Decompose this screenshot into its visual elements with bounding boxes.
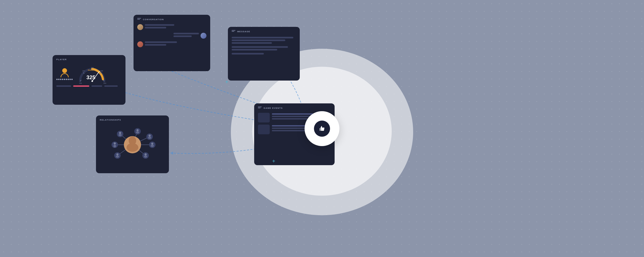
stat-bar [56,85,71,87]
conv-message-2 [137,33,206,39]
player-top-section: 130 241 789 408 550 Medium 325 [56,64,122,83]
msg-block-line [232,46,288,48]
star [68,79,69,80]
event-line [272,118,307,120]
msg-block-line [232,42,272,44]
message-header: MESSAGE [228,27,300,35]
svg-point-0 [62,68,67,73]
player-avatar-icon [60,68,69,78]
relationships-card: RELATIONSHIPS [96,115,169,173]
stat-bar-pink [73,85,89,87]
event-line [272,130,307,131]
message-icon [232,30,235,33]
svg-point-34 [145,153,147,155]
chat-icon [137,18,141,21]
msg-block-1 [232,37,296,44]
conv-message-3 [137,41,206,47]
svg-point-29 [148,137,151,139]
bubble-2 [173,33,199,37]
svg-rect-45 [320,128,321,131]
ge-icon-line-2 [258,108,261,108]
svg-point-23 [127,143,138,152]
event-thumbnail-1 [258,113,270,122]
player-card: PLAYER [53,55,125,105]
thumbs-up-icon [314,121,330,137]
msg-block-line [232,39,285,41]
star [56,79,58,80]
speedometer: 130 241 789 408 550 Medium 325 [77,64,104,83]
msg-block-2 [232,46,296,50]
speedo-score: 325 [86,74,95,81]
star [58,79,60,80]
relationships-title: RELATIONSHIPS [100,119,121,121]
svg-point-31 [151,143,153,145]
game-events-title: GAME EVENTS [264,107,283,109]
page: { "background": { "color": "#8c95aa" }, … [0,0,644,257]
msg-block-line [232,49,277,50]
network-graph [96,123,169,166]
bubble-1 [145,24,174,28]
stat-row-1 [56,85,122,87]
star [71,79,73,80]
message-card: MESSAGE [228,27,300,81]
player-header: PLAYER [53,55,125,63]
star [60,79,61,80]
plus-sign-2: + [272,158,275,164]
avatar-2 [201,33,206,39]
msg-line [145,44,166,46]
stat-bar [91,85,102,87]
star [62,79,63,80]
star [66,79,67,80]
svg-point-26 [113,145,116,147]
conversation-header: CONVERSATION [134,15,210,23]
game-events-header: GAME EVENTS [254,103,335,112]
svg-text:241: 241 [82,70,85,72]
chat-icon-line-1 [137,18,141,19]
msg-line [173,35,192,37]
msg-icon-line-1 [232,30,235,31]
player-title: PLAYER [56,58,67,61]
ge-icon-line-1 [258,107,262,107]
avatar-3 [137,41,143,47]
svg-point-37 [119,132,121,134]
conversation-title: CONVERSATION [143,18,164,21]
chat-icon-line-2 [137,19,140,20]
msg-icon-line-2 [232,31,234,32]
bubble-3 [145,41,177,46]
conversation-body [134,23,210,50]
conv-message-1 [137,24,206,30]
msg-line [145,41,177,43]
svg-point-28 [149,135,151,137]
svg-point-40 [116,153,119,155]
msg-line [173,33,199,34]
speedo-level-label: Medium [88,69,94,71]
svg-point-25 [114,142,116,144]
svg-text:408: 408 [100,70,103,72]
msg-block-3 [232,53,296,55]
svg-point-35 [144,155,147,158]
svg-point-38 [119,134,122,136]
event-thumbnail-2 [258,125,270,134]
svg-point-43 [136,129,139,131]
relationships-body [96,123,169,166]
game-events-icon [258,107,262,110]
plus-sign-1: + [225,79,228,85]
message-title: MESSAGE [237,30,250,33]
player-body: 130 241 789 408 550 Medium 325 [53,63,125,89]
conversation-card: CONVERSATION [134,15,210,71]
svg-text:130: 130 [79,82,82,84]
event-line [272,113,313,115]
player-avatar-area [56,68,73,80]
avatar-1 [137,24,143,30]
svg-point-41 [116,155,119,158]
svg-point-44 [136,131,139,133]
svg-text:789: 789 [91,67,94,68]
star [64,79,65,80]
center-logo-circle [305,111,339,146]
svg-text:550: 550 [103,82,106,84]
stat-bar [104,85,118,87]
player-stats [56,85,122,87]
star [69,79,71,80]
msg-block-line [232,37,293,38]
player-stars [56,79,73,80]
